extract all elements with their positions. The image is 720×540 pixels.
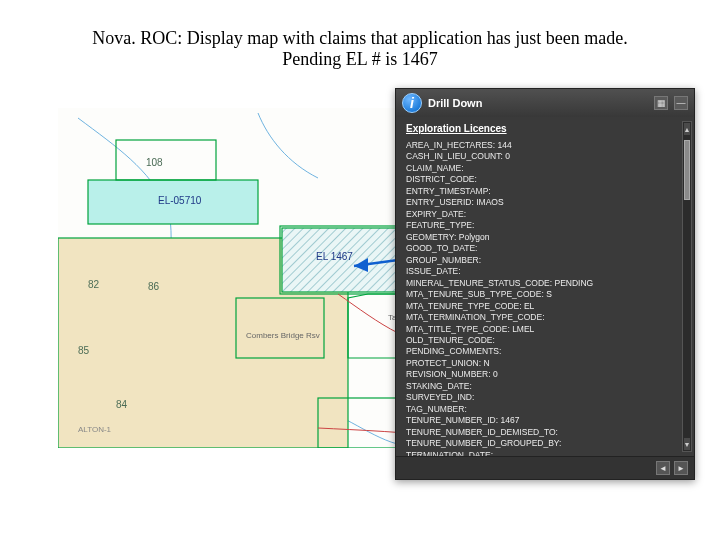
panel-section-title: Exploration Licences [406, 123, 686, 134]
attribute-row: ENTRY_USERID: IMAOS [406, 197, 686, 208]
attribute-row: TENURE_NUMBER_ID: 1467 [406, 415, 686, 426]
attribute-row: ENTRY_TIMESTAMP: [406, 186, 686, 197]
scroll-thumb[interactable] [684, 140, 690, 200]
grid-icon[interactable]: ▦ [654, 96, 668, 110]
attribute-row: DISTRICT_CODE: [406, 174, 686, 185]
title-line1: Nova. ROC: Display map with claims that … [60, 28, 660, 49]
map-label-85: 85 [78, 345, 90, 356]
attribute-row: MTA_TENURE_SUB_TYPE_CODE: S [406, 289, 686, 300]
next-button[interactable]: ► [674, 461, 688, 475]
panel-body: Exploration Licences AREA_IN_HECTARES: 1… [396, 117, 694, 456]
attribute-row: TAG_NUMBER: [406, 404, 686, 415]
map-label-82: 82 [88, 279, 100, 290]
panel-scrollbar[interactable]: ▲ ▼ [682, 121, 692, 452]
attribute-row: ISSUE_DATE: [406, 266, 686, 277]
attribute-row: TENURE_NUMBER_ID_DEMISED_TO: [406, 427, 686, 438]
attribute-row: TERMINATION_DATE: [406, 450, 686, 456]
attribute-row: MTA_TENURE_TYPE_CODE: EL [406, 301, 686, 312]
panel-footer: ◄ ► [396, 456, 694, 479]
attribute-row: OLD_TENURE_CODE: [406, 335, 686, 346]
attribute-row: EXPIRY_DATE: [406, 209, 686, 220]
attribute-row: MTA_TERMINATION_TYPE_CODE: [406, 312, 686, 323]
minimize-icon[interactable]: — [674, 96, 688, 110]
map-label-combers: Combers Bridge Rsv [246, 331, 320, 340]
drill-down-panel: i Drill Down ▦ — Exploration Licences AR… [395, 88, 695, 480]
prev-button[interactable]: ◄ [656, 461, 670, 475]
attribute-row: CASH_IN_LIEU_COUNT: 0 [406, 151, 686, 162]
attribute-row: REVISION_NUMBER: 0 [406, 369, 686, 380]
map-label-84: 84 [116, 399, 128, 410]
attribute-list: AREA_IN_HECTARES: 144CASH_IN_LIEU_COUNT:… [406, 140, 686, 456]
attribute-row: STAKING_DATE: [406, 381, 686, 392]
attribute-row: AREA_IN_HECTARES: 144 [406, 140, 686, 151]
attribute-row: TENURE_NUMBER_ID_GROUPED_BY: [406, 438, 686, 449]
attribute-row: CLAIM_NAME: [406, 163, 686, 174]
page-title: Nova. ROC: Display map with claims that … [0, 0, 720, 84]
attribute-row: SURVEYED_IND: [406, 392, 686, 403]
map-label-alton: ALTON-1 [78, 425, 112, 434]
info-icon: i [402, 93, 422, 113]
map-label-108: 108 [146, 157, 163, 168]
scroll-up-icon[interactable]: ▲ [684, 123, 690, 135]
map-label-el05710: EL-05710 [158, 195, 202, 206]
map-label-el1467: EL 1467 [316, 251, 353, 262]
attribute-row: MINERAL_TENURE_STATUS_CODE: PENDING [406, 278, 686, 289]
panel-title: Drill Down [428, 97, 648, 109]
scroll-down-icon[interactable]: ▼ [684, 438, 690, 450]
attribute-row: GOOD_TO_DATE: [406, 243, 686, 254]
title-line2: Pending EL # is 1467 [60, 49, 660, 70]
attribute-row: GEOMETRY: Polygon [406, 232, 686, 243]
attribute-row: PROTECT_UNION: N [406, 358, 686, 369]
attribute-row: PENDING_COMMENTS: [406, 346, 686, 357]
attribute-row: MTA_TITLE_TYPE_CODE: LMEL [406, 324, 686, 335]
attribute-row: GROUP_NUMBER: [406, 255, 686, 266]
attribute-row: FEATURE_TYPE: [406, 220, 686, 231]
panel-header[interactable]: i Drill Down ▦ — [396, 89, 694, 117]
map-label-86: 86 [148, 281, 160, 292]
